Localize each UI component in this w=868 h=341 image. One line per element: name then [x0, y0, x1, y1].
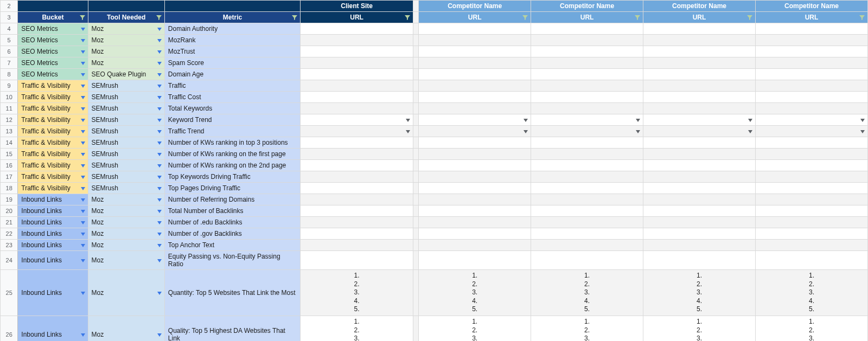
dropdown-icon[interactable] [157, 289, 162, 297]
competitor-cell[interactable] [643, 69, 756, 80]
dropdown-icon[interactable] [157, 207, 162, 215]
competitor-cell[interactable] [419, 228, 531, 240]
competitor-cell[interactable] [419, 251, 531, 270]
tool-cell[interactable]: SEMrush [88, 92, 164, 103]
competitor-cell[interactable] [419, 126, 531, 137]
tool-cell[interactable]: Moz [88, 316, 164, 341]
filter-icon[interactable] [522, 14, 528, 21]
metric-cell[interactable]: MozRank [164, 35, 300, 46]
filter-icon[interactable] [746, 14, 753, 21]
competitor-cell[interactable] [531, 92, 643, 103]
dropdown-icon[interactable] [860, 116, 865, 124]
competitor-cell[interactable] [643, 114, 756, 126]
dropdown-icon[interactable] [81, 218, 85, 226]
bucket-cell[interactable]: Traffic & Visibility [18, 149, 88, 160]
competitor-cell[interactable] [643, 23, 756, 35]
metric-cell[interactable]: Number of KWs ranking on the first page [164, 149, 300, 160]
header-competitor[interactable]: Competitor Name [419, 1, 531, 12]
tool-cell[interactable]: Moz [88, 23, 164, 35]
metric-cell[interactable]: Quality: Top 5 Highest DA Websites That … [164, 316, 300, 341]
competitor-cell[interactable] [756, 251, 868, 270]
header-url-client[interactable]: URL [301, 12, 413, 23]
competitor-cell[interactable] [419, 240, 531, 251]
client-cell[interactable] [301, 103, 413, 114]
bucket-cell[interactable]: Inbound Links [18, 205, 88, 217]
competitor-cell[interactable] [419, 92, 531, 103]
dropdown-icon[interactable] [406, 116, 410, 124]
header-tool[interactable]: Tool Needed [88, 12, 164, 23]
tool-cell[interactable]: Moz [88, 194, 164, 205]
client-cell[interactable] [301, 114, 413, 126]
dropdown-icon[interactable] [157, 184, 162, 192]
bucket-cell[interactable]: Traffic & Visibility [18, 126, 88, 137]
filter-icon[interactable] [404, 14, 411, 21]
competitor-cell[interactable] [756, 92, 868, 103]
competitor-cell[interactable] [419, 160, 531, 171]
competitor-cell[interactable] [419, 137, 531, 149]
competitor-cell[interactable] [643, 103, 756, 114]
competitor-cell[interactable] [643, 183, 756, 194]
competitor-cell[interactable] [756, 46, 868, 57]
tool-cell[interactable]: Moz [88, 240, 164, 251]
bucket-cell[interactable]: Inbound Links [18, 228, 88, 240]
dropdown-icon[interactable] [157, 173, 162, 181]
metric-cell[interactable]: Total Number of Backlinks [164, 205, 300, 217]
header-url-comp[interactable]: URL [419, 12, 531, 23]
bucket-cell[interactable]: SEO Metrics [18, 35, 88, 46]
metric-cell[interactable]: MozTrust [164, 46, 300, 57]
competitor-cell[interactable] [531, 80, 643, 92]
competitor-cell[interactable] [756, 69, 868, 80]
header-cell[interactable] [88, 1, 164, 12]
competitor-cell[interactable] [419, 23, 531, 35]
competitor-cell[interactable] [531, 69, 643, 80]
dropdown-icon[interactable] [81, 25, 85, 33]
competitor-cell[interactable]: 1. 2. 3. 4. 5. [419, 270, 531, 316]
dropdown-icon[interactable] [81, 116, 85, 124]
client-cell[interactable] [301, 205, 413, 217]
metric-cell[interactable]: Spam Score [164, 57, 300, 69]
competitor-cell[interactable] [756, 171, 868, 183]
client-cell[interactable] [301, 160, 413, 171]
client-cell[interactable] [301, 171, 413, 183]
competitor-cell[interactable] [419, 171, 531, 183]
dropdown-icon[interactable] [157, 162, 162, 169]
competitor-cell[interactable] [531, 217, 643, 228]
dropdown-icon[interactable] [157, 256, 162, 264]
dropdown-icon[interactable] [81, 105, 85, 112]
dropdown-icon[interactable] [157, 241, 162, 249]
competitor-cell[interactable] [531, 103, 643, 114]
metric-cell[interactable]: Equity Passing vs. Non-Equity Passing Ra… [164, 251, 300, 270]
tool-cell[interactable]: Moz [88, 251, 164, 270]
dropdown-icon[interactable] [860, 127, 865, 135]
dropdown-icon[interactable] [748, 127, 752, 135]
competitor-cell[interactable] [643, 137, 756, 149]
competitor-cell[interactable] [643, 46, 756, 57]
dropdown-icon[interactable] [157, 331, 162, 338]
metric-cell[interactable]: Top Keywords Driving Traffic [164, 171, 300, 183]
competitor-cell[interactable]: 1. 2. 3. 4. [643, 316, 756, 341]
tool-cell[interactable]: Moz [88, 228, 164, 240]
competitor-cell[interactable] [643, 149, 756, 160]
competitor-cell[interactable] [531, 149, 643, 160]
bucket-cell[interactable]: Inbound Links [18, 316, 88, 341]
dropdown-icon[interactable] [81, 139, 85, 146]
bucket-cell[interactable]: Traffic & Visibility [18, 103, 88, 114]
metric-cell[interactable]: Top Anchor Text [164, 240, 300, 251]
dropdown-icon[interactable] [81, 173, 85, 181]
filter-icon[interactable] [79, 14, 86, 21]
competitor-cell[interactable] [531, 171, 643, 183]
client-cell[interactable] [301, 126, 413, 137]
metric-cell[interactable]: Number of KWs ranking on the 2nd page [164, 160, 300, 171]
competitor-cell[interactable]: 1. 2. 3. 4. [756, 316, 868, 341]
bucket-cell[interactable]: Inbound Links [18, 251, 88, 270]
competitor-cell[interactable] [531, 46, 643, 57]
competitor-cell[interactable] [531, 228, 643, 240]
filter-icon[interactable] [156, 14, 162, 21]
dropdown-icon[interactable] [81, 70, 85, 78]
dropdown-icon[interactable] [81, 289, 85, 297]
bucket-cell[interactable]: SEO Metrics [18, 69, 88, 80]
dropdown-icon[interactable] [81, 256, 85, 264]
bucket-cell[interactable]: Inbound Links [18, 240, 88, 251]
metric-cell[interactable]: Traffic [164, 80, 300, 92]
metric-cell[interactable]: Domain Authority [164, 23, 300, 35]
